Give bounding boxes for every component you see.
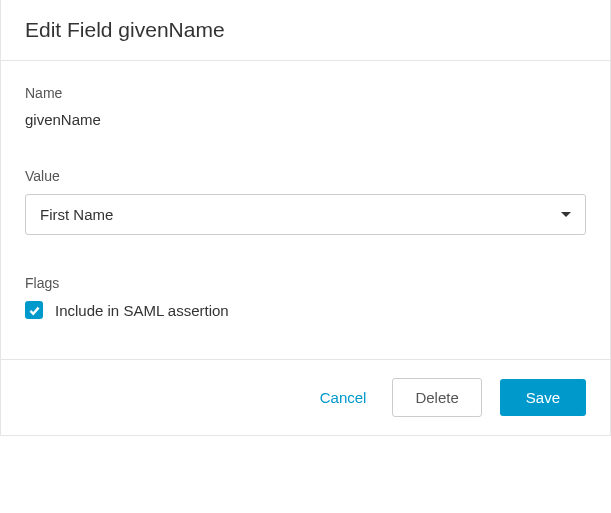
- dialog-header: Edit Field givenName: [1, 0, 610, 61]
- include-saml-row: Include in SAML assertion: [25, 301, 586, 319]
- include-saml-label: Include in SAML assertion: [55, 302, 229, 319]
- delete-button[interactable]: Delete: [392, 378, 481, 417]
- check-icon: [28, 304, 41, 317]
- dialog-body: Name givenName Value First Name Flags In…: [1, 61, 610, 359]
- value-select-text: First Name: [40, 206, 113, 223]
- name-value: givenName: [25, 111, 586, 128]
- edit-field-dialog: Edit Field givenName Name givenName Valu…: [0, 0, 611, 436]
- flags-field-group: Flags Include in SAML assertion: [25, 275, 586, 319]
- value-label: Value: [25, 168, 586, 184]
- dialog-title: Edit Field givenName: [25, 18, 586, 42]
- save-button[interactable]: Save: [500, 379, 586, 416]
- chevron-down-icon: [561, 212, 571, 217]
- name-field-group: Name givenName: [25, 85, 586, 128]
- include-saml-checkbox[interactable]: [25, 301, 43, 319]
- cancel-button[interactable]: Cancel: [312, 379, 375, 416]
- flags-label: Flags: [25, 275, 586, 291]
- value-field-group: Value First Name: [25, 168, 586, 235]
- value-select[interactable]: First Name: [25, 194, 586, 235]
- dialog-footer: Cancel Delete Save: [1, 359, 610, 435]
- name-label: Name: [25, 85, 586, 101]
